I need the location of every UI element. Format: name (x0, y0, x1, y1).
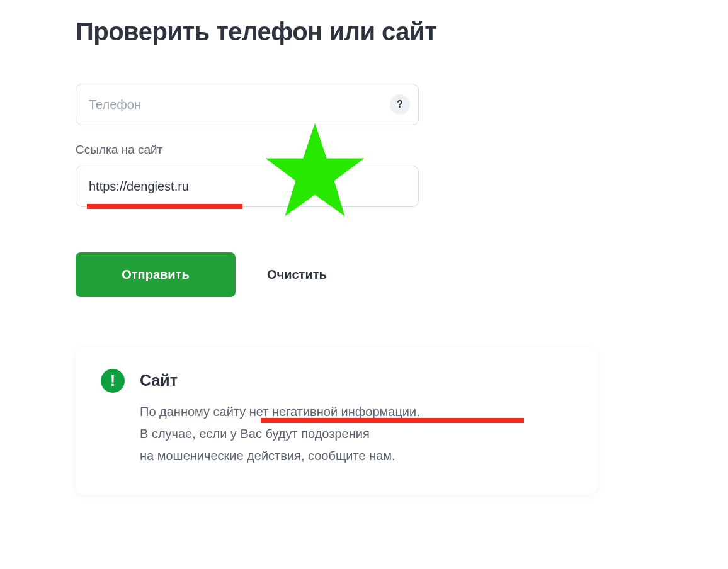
result-text: По данному сайту нет негативной информац… (140, 401, 572, 467)
annotation-underline-icon (87, 204, 242, 209)
clear-button[interactable]: Очистить (267, 268, 327, 282)
url-field-group: Ссылка на сайт (76, 143, 419, 207)
annotation-star-icon (261, 118, 368, 227)
svg-marker-0 (266, 123, 364, 217)
result-title: Сайт (140, 371, 572, 390)
exclamation-icon: ! (110, 373, 115, 388)
status-ok-icon: ! (101, 369, 125, 393)
phone-help-button[interactable]: ? (390, 94, 410, 115)
result-content: Сайт По данному сайту нет негативной инф… (140, 371, 572, 467)
result-card: ! Сайт По данному сайту нет негативной и… (76, 347, 597, 495)
annotation-underline-icon (261, 418, 524, 423)
url-input-wrapper (76, 166, 419, 207)
page-title: Проверить телефон или сайт (76, 18, 652, 46)
button-row: Отправить Очистить (76, 252, 652, 297)
submit-button[interactable]: Отправить (76, 252, 236, 297)
